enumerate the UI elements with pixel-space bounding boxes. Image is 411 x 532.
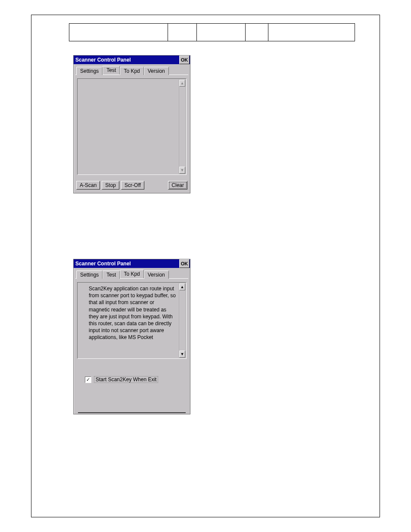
description-text: Scan2Key application can route input fro…	[89, 285, 177, 341]
titlebar: Scanner Control Panel OK	[74, 259, 190, 268]
start-scan2key-row: ✓ Start Scan2Key When Exit	[85, 376, 187, 383]
scr-off-button[interactable]: Scr-Off	[121, 181, 144, 190]
tab-test[interactable]: Test	[103, 66, 120, 75]
tabbar: Settings Test To Kpd Version	[74, 64, 190, 75]
scroll-up-icon[interactable]: ▲	[179, 80, 185, 87]
window-title: Scanner Control Panel	[75, 57, 179, 63]
scroll-up-icon[interactable]: ▲	[179, 283, 185, 290]
description-box: Scan2Key application can route input fro…	[77, 282, 187, 359]
tab-version[interactable]: Version	[144, 271, 169, 279]
titlebar: Scanner Control Panel OK	[74, 56, 190, 64]
header-cell-1	[69, 24, 168, 41]
tab-to-kpd[interactable]: To Kpd	[120, 67, 143, 75]
panel-shadow	[78, 412, 186, 413]
scrollbar[interactable]: ▲ ▼	[179, 283, 186, 358]
scanner-panel-to-kpd: Scanner Control Panel OK Settings Test T…	[73, 259, 190, 414]
scanner-panel-test: Scanner Control Panel OK Settings Test T…	[73, 55, 190, 193]
header-cell-4	[246, 24, 268, 41]
tab-settings[interactable]: Settings	[76, 67, 103, 75]
header-table	[69, 23, 355, 41]
stop-button[interactable]: Stop	[102, 181, 119, 190]
ascan-button[interactable]: A-Scan	[76, 181, 100, 190]
scroll-down-icon[interactable]: ▼	[179, 167, 185, 174]
scan-output-area[interactable]: ▲ ▼	[77, 78, 187, 175]
window-title: Scanner Control Panel	[75, 261, 179, 267]
tab-test[interactable]: Test	[103, 271, 120, 279]
clear-button[interactable]: Clear	[168, 181, 187, 190]
header-cell-5	[268, 24, 355, 41]
start-scan2key-label: Start Scan2Key When Exit	[94, 376, 158, 383]
tabbar: Settings Test To Kpd Version	[74, 268, 190, 278]
tab-settings[interactable]: Settings	[76, 271, 103, 279]
header-cell-3	[197, 24, 246, 41]
panel-body: ▲ ▼	[74, 75, 190, 178]
scroll-down-icon[interactable]: ▼	[179, 351, 185, 358]
start-scan2key-checkbox[interactable]: ✓	[85, 376, 91, 383]
header-cell-2	[168, 24, 197, 41]
scrollbar[interactable]: ▲ ▼	[179, 79, 186, 174]
tab-to-kpd[interactable]: To Kpd	[120, 270, 143, 278]
ok-button[interactable]: OK	[179, 56, 190, 64]
button-row: A-Scan Stop Scr-Off Clear	[74, 178, 190, 192]
panel-body: Scan2Key application can route input fro…	[74, 279, 190, 386]
tab-version[interactable]: Version	[144, 67, 169, 75]
ok-button[interactable]: OK	[179, 259, 190, 268]
